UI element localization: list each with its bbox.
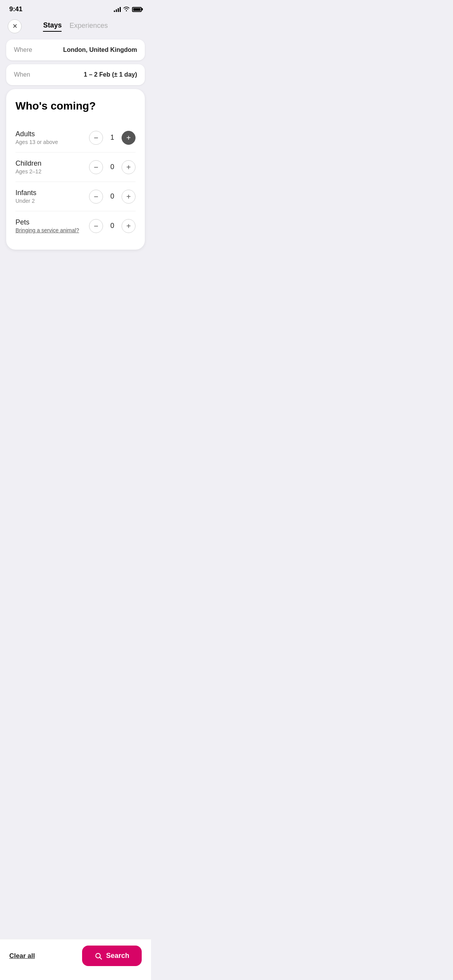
status-time: 9:41 (9, 5, 22, 13)
children-count: 0 (108, 163, 116, 171)
adults-counter: − 1 + (89, 131, 136, 145)
children-row: Children Ages 2–12 − 0 + (15, 152, 136, 182)
tab-experiences[interactable]: Experiences (69, 22, 108, 31)
infants-row: Infants Under 2 − 0 + (15, 182, 136, 211)
close-icon: ✕ (12, 23, 17, 29)
whos-coming-card: Who's coming? Adults Ages 13 or above − … (6, 89, 145, 250)
infants-count: 0 (108, 192, 116, 200)
children-increment[interactable]: + (122, 160, 136, 174)
children-label: Children (15, 159, 41, 168)
pets-service-animal-link[interactable]: Bringing a service animal? (15, 227, 79, 233)
infants-info: Infants Under 2 (15, 189, 36, 204)
search-fields: Where London, United Kingdom When 1 – 2 … (0, 39, 151, 85)
pets-info: Pets Bringing a service animal? (15, 218, 79, 233)
adults-increment[interactable]: + (122, 131, 136, 145)
signal-icon (114, 7, 121, 12)
pets-decrement[interactable]: − (89, 219, 103, 233)
adults-info: Adults Ages 13 or above (15, 130, 58, 145)
children-decrement[interactable]: − (89, 160, 103, 174)
where-value: London, United Kingdom (63, 46, 137, 53)
wifi-icon (123, 6, 130, 12)
infants-increment[interactable]: + (122, 190, 136, 204)
where-field[interactable]: Where London, United Kingdom (6, 39, 145, 60)
adults-row: Adults Ages 13 or above − 1 + (15, 123, 136, 152)
when-field[interactable]: When 1 – 2 Feb (± 1 day) (6, 64, 145, 85)
when-label: When (14, 71, 30, 78)
header: ✕ Stays Experiences (0, 16, 151, 39)
adults-count: 1 (108, 134, 116, 142)
pets-row: Pets Bringing a service animal? − 0 + (15, 211, 136, 240)
tab-stays[interactable]: Stays (43, 21, 62, 32)
children-counter: − 0 + (89, 160, 136, 174)
children-age: Ages 2–12 (15, 168, 41, 175)
status-bar: 9:41 (0, 0, 151, 16)
infants-age: Under 2 (15, 198, 36, 204)
status-icons (114, 6, 142, 12)
battery-icon (132, 7, 142, 12)
infants-counter: − 0 + (89, 190, 136, 204)
when-value: 1 – 2 Feb (± 1 day) (84, 71, 137, 78)
pets-label: Pets (15, 218, 79, 226)
pets-count: 0 (108, 222, 116, 230)
whos-coming-title: Who's coming? (15, 100, 136, 112)
pets-counter: − 0 + (89, 219, 136, 233)
pets-increment[interactable]: + (122, 219, 136, 233)
adults-label: Adults (15, 130, 58, 138)
infants-decrement[interactable]: − (89, 190, 103, 204)
adults-age: Ages 13 or above (15, 139, 58, 145)
tabs: Stays Experiences (26, 21, 143, 32)
close-button[interactable]: ✕ (8, 19, 22, 33)
where-label: Where (14, 46, 32, 53)
children-info: Children Ages 2–12 (15, 159, 41, 175)
infants-label: Infants (15, 189, 36, 197)
adults-decrement[interactable]: − (89, 131, 103, 145)
